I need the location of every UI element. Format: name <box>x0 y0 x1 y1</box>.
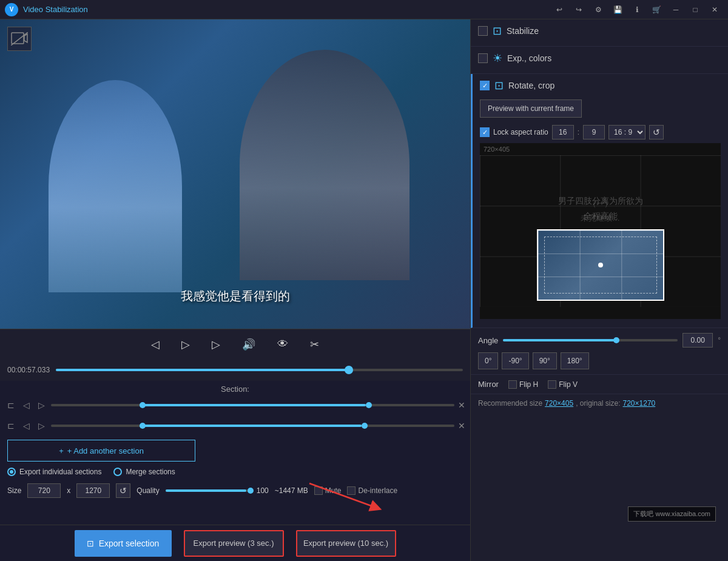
original-label: , original size: <box>576 399 620 408</box>
watermark-text: 下载吧 www.xiazaiba.com <box>633 510 710 517</box>
export-individual-radio[interactable] <box>7 468 16 476</box>
merge-sections-option[interactable]: Merge sections <box>113 468 175 476</box>
stabilize-checkbox[interactable] <box>478 26 488 36</box>
width-input[interactable] <box>27 483 61 498</box>
preview-toggle-button[interactable]: 👁 <box>272 335 293 353</box>
angle-plus90-button[interactable]: 90° <box>533 352 557 369</box>
preview-with-current-frame-button[interactable]: Preview with current frame <box>480 99 582 118</box>
angle-0-button[interactable]: 0° <box>478 352 498 369</box>
section-2-prev-btn[interactable]: ◁ <box>21 420 32 432</box>
deinterlace-label[interactable]: De-interlace <box>347 486 397 495</box>
deinterlace-text: De-interlace <box>358 486 397 495</box>
add-section-plus-icon: + <box>59 446 64 455</box>
close-button[interactable]: ✕ <box>706 3 723 16</box>
toolbar-info[interactable]: ℹ <box>629 3 645 16</box>
toolbar-cart[interactable]: 🛒 <box>648 3 665 16</box>
section-1-close-btn[interactable]: ✕ <box>458 400 465 410</box>
original-size-link[interactable]: 720×1270 <box>623 399 656 408</box>
timeline-bar: 00:00:57.033 <box>0 359 470 381</box>
section-2-close-btn[interactable]: ✕ <box>458 421 465 431</box>
section-header: Section: <box>0 381 470 395</box>
section-2-next-btn[interactable]: ▷ <box>36 420 47 432</box>
ratio-reset-button[interactable]: ↺ <box>649 125 664 139</box>
export-selection-button[interactable]: ⊡ Export selection <box>75 530 172 557</box>
angle-180-button[interactable]: 180° <box>561 352 589 369</box>
ratio-width-input[interactable] <box>552 125 574 139</box>
size-x-separator: x <box>67 486 70 495</box>
ratio-height-input[interactable] <box>583 125 605 139</box>
exp-colors-checkbox[interactable] <box>478 53 488 63</box>
section-2-out-btn[interactable]: ⊏ <box>5 420 17 432</box>
crop-center-dot <box>598 263 603 267</box>
flip-h-checkbox[interactable] <box>508 380 517 389</box>
crop-dimensions-label: 720×405 <box>480 143 721 155</box>
toolbar-redo[interactable]: ↪ <box>570 3 587 16</box>
mirror-label: Mirror <box>478 380 499 389</box>
export-individual-option[interactable]: Export individual sections <box>7 468 101 476</box>
export-options-bar: Export individual sections Merge section… <box>0 465 470 479</box>
person-silhouette-right <box>240 50 410 280</box>
deinterlace-checkbox[interactable] <box>347 486 356 495</box>
current-time: 00:00:57.033 <box>7 366 50 374</box>
angle-minus90-button[interactable]: -90° <box>502 352 528 369</box>
quality-thumb[interactable] <box>248 488 254 494</box>
exp-colors-icon: ☀ <box>493 52 502 65</box>
volume-button[interactable]: 🔊 <box>237 335 260 354</box>
section-1-next-btn[interactable]: ▷ <box>36 399 47 411</box>
rotate-crop-checkbox[interactable]: ✓ <box>480 81 490 90</box>
maximize-button[interactable]: □ <box>687 3 704 16</box>
toolbar-undo[interactable]: ↩ <box>551 3 568 16</box>
flip-v-label: Flip V <box>559 380 578 389</box>
export-preview-10-button[interactable]: Export preview (10 sec.) <box>296 530 396 557</box>
recommended-size-link[interactable]: 720×405 <box>545 399 573 408</box>
quality-track[interactable] <box>166 489 251 492</box>
timeline-thumb[interactable] <box>345 366 353 374</box>
toolbar-save[interactable]: 💾 <box>609 3 626 16</box>
section-2-track[interactable] <box>51 425 454 427</box>
angle-value-input[interactable] <box>682 333 713 348</box>
left-panel: 我感觉他是看得到的 ◁ ▷ ▷ 🔊 👁 ✂ 00:00:57.033 <box>0 19 470 561</box>
merge-sections-radio[interactable] <box>113 468 122 476</box>
preview-btn-label: Preview with current frame <box>488 104 574 113</box>
section-1-prev-btn[interactable]: ◁ <box>21 399 32 411</box>
section-1-track[interactable] <box>51 404 454 406</box>
mute-checkbox[interactable] <box>314 486 323 495</box>
stabilize-row: ⊡ Stabilize <box>478 24 721 38</box>
height-input[interactable] <box>76 483 110 498</box>
recommended-size-row: Recommended size 720×405 , original size… <box>471 394 728 412</box>
flip-v-checkbox[interactable] <box>548 380 556 389</box>
section-2-right-thumb[interactable] <box>362 423 368 429</box>
sub-label-line2: 未完继续… <box>581 211 620 225</box>
angle-thumb[interactable] <box>613 337 619 343</box>
app-title: Video Stabilization <box>23 5 88 14</box>
angle-track[interactable] <box>503 339 678 341</box>
angle-preset-buttons: 0° -90° 90° 180° <box>478 352 721 369</box>
next-frame-button[interactable]: ▷ <box>207 335 225 354</box>
video-placeholder: 我感觉他是看得到的 <box>0 19 470 329</box>
bottom-bar: ⊡ Export selection Export preview (3 sec… <box>0 525 470 561</box>
exp-colors-section: ☀ Exp., colors <box>471 47 728 74</box>
mute-label[interactable]: Mute <box>314 486 342 495</box>
toolbar-settings[interactable]: ⚙ <box>590 3 607 16</box>
rotate-crop-label: Rotate, crop <box>508 81 554 90</box>
play-button[interactable]: ▷ <box>177 335 195 354</box>
crop-grid: 男子四肢分离为所欲为 全程高能 （一） 未完继续… <box>480 155 721 307</box>
export-preview-3-button[interactable]: Export preview (3 sec.) <box>184 530 284 557</box>
ratio-preset-select[interactable]: 16 : 9 4 : 3 1 : 1 <box>608 125 645 139</box>
size-reset-button[interactable]: ↺ <box>116 483 130 498</box>
section-1-right-thumb[interactable] <box>366 402 372 408</box>
angle-unit: ° <box>718 336 721 344</box>
lock-aspect-checkbox[interactable]: ✓ <box>480 127 490 137</box>
flip-v-option[interactable]: Flip V <box>548 380 578 389</box>
section-1-left-thumb[interactable] <box>140 402 146 408</box>
flip-h-option[interactable]: Flip H <box>508 380 538 389</box>
prev-frame-button[interactable]: ◁ <box>146 335 164 354</box>
section-2-left-thumb[interactable] <box>140 423 146 429</box>
section-row-1: ⊏ ◁ ▷ ✕ <box>0 395 470 415</box>
crop-tool-button[interactable]: ✂ <box>305 335 324 354</box>
minimize-button[interactable]: ─ <box>667 3 684 16</box>
video-subtitle: 我感觉他是看得到的 <box>181 288 290 304</box>
timeline-track[interactable] <box>56 369 463 371</box>
section-1-out-btn[interactable]: ⊏ <box>5 399 17 411</box>
add-section-button[interactable]: + + Add another section <box>7 440 195 462</box>
